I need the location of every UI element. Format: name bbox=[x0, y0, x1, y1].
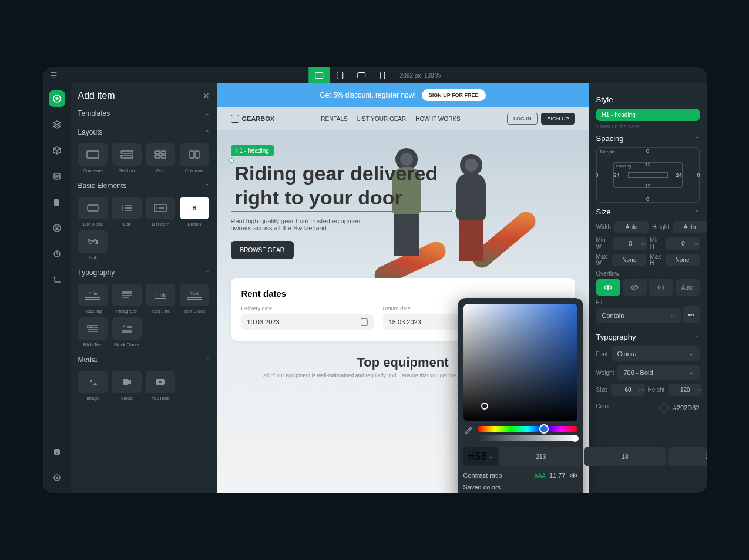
element-section[interactable]: Section bbox=[112, 143, 142, 173]
nav-link[interactable]: RENTALS bbox=[321, 116, 347, 122]
bri-input[interactable] bbox=[668, 447, 706, 466]
section-templates[interactable]: Templates⌄ bbox=[78, 107, 210, 120]
eyedropper-icon[interactable] bbox=[463, 426, 473, 435]
nav-link[interactable]: LIST YOUR GEAR bbox=[357, 116, 407, 122]
style-section[interactable]: Style bbox=[596, 95, 700, 104]
svg-point-32 bbox=[572, 474, 575, 477]
alpha-slider[interactable] bbox=[478, 435, 577, 441]
rail-box-icon[interactable] bbox=[49, 142, 65, 159]
selection-tag[interactable]: H1 - heading bbox=[231, 145, 274, 156]
svg-rect-14 bbox=[155, 151, 160, 154]
overflow-auto-button[interactable]: Auto bbox=[676, 279, 700, 296]
signup-button[interactable]: SIGN UP bbox=[541, 113, 575, 125]
rail-flow-icon[interactable] bbox=[49, 271, 65, 288]
svg-rect-15 bbox=[161, 151, 166, 154]
typography-section[interactable]: Typography⌃ bbox=[596, 333, 700, 341]
device-landscape-button[interactable] bbox=[351, 67, 372, 83]
hue-input[interactable] bbox=[500, 447, 582, 466]
svg-text:❝: ❝ bbox=[122, 324, 125, 330]
browse-gear-button[interactable]: BROWSE GEAR bbox=[231, 241, 294, 259]
device-phone-button[interactable] bbox=[372, 67, 393, 83]
device-desktop-button[interactable] bbox=[308, 67, 330, 83]
weight-select[interactable]: 700 - Bold⌄ bbox=[617, 365, 699, 380]
element-text-link[interactable]: LinkText Link bbox=[146, 284, 176, 314]
width-input[interactable] bbox=[614, 221, 649, 233]
site-logo[interactable]: GEARBOX bbox=[231, 115, 275, 123]
svg-point-5 bbox=[53, 277, 55, 279]
size-section[interactable]: Size⌃ bbox=[596, 207, 700, 216]
hero-heading-selected[interactable]: Riding gear delivered right to your door bbox=[231, 160, 454, 212]
section-typography[interactable]: Typography⌃ bbox=[78, 266, 210, 279]
spacing-section[interactable]: Spacing⌃ bbox=[596, 134, 700, 143]
element-image[interactable]: Image bbox=[78, 371, 109, 401]
left-panel: Add item ✕ Templates⌄ Layouts⌃ Container… bbox=[71, 83, 217, 493]
element-block-quote[interactable]: ❝Block Quote bbox=[112, 317, 142, 347]
section-basic-elements[interactable]: Basic Elements⌃ bbox=[78, 179, 210, 192]
element-selector[interactable]: H1 - heading⌄ bbox=[596, 109, 700, 121]
sat-input[interactable] bbox=[584, 447, 666, 466]
element-list-item[interactable]: List item bbox=[146, 197, 176, 227]
svg-point-31 bbox=[607, 286, 609, 289]
element-button[interactable]: BButton bbox=[179, 197, 210, 227]
svg-point-28 bbox=[90, 380, 92, 382]
hue-slider[interactable] bbox=[478, 426, 577, 432]
element-columns[interactable]: Columns bbox=[179, 143, 210, 173]
element-paragraph[interactable]: Paragraph bbox=[112, 284, 142, 314]
overflow-visible-button[interactable] bbox=[596, 279, 620, 296]
svg-rect-20 bbox=[88, 205, 98, 211]
rail-page-icon[interactable] bbox=[49, 168, 65, 185]
color-gradient[interactable] bbox=[463, 304, 577, 421]
rail-settings-icon[interactable] bbox=[49, 470, 65, 486]
site-nav: GEARBOX RENTALS LIST YOUR GEAR HOW IT WO… bbox=[217, 107, 589, 130]
maxw-input[interactable] bbox=[612, 254, 646, 266]
element-link[interactable]: Link bbox=[78, 230, 109, 260]
login-button[interactable]: LOG IN bbox=[507, 113, 538, 125]
hero-subtitle[interactable]: Rent high-quality gear from trusted equi… bbox=[231, 217, 372, 232]
fit-select[interactable]: Contain⌄ bbox=[596, 308, 681, 323]
element-grid[interactable]: Grid bbox=[146, 143, 176, 173]
element-text-block[interactable]: TextText Block bbox=[179, 284, 210, 314]
rail-layers-icon[interactable] bbox=[49, 116, 65, 133]
close-icon[interactable]: ✕ bbox=[203, 91, 210, 100]
spacing-box-model[interactable]: Margin 0 0 0 0 Padding 12 24 12 24 bbox=[596, 147, 700, 203]
rail-file-icon[interactable] bbox=[49, 194, 65, 210]
color-picker: HSB⌄ Contrast ratio AAA 11.77 Saved colo… bbox=[458, 298, 583, 493]
height-input[interactable] bbox=[673, 221, 707, 233]
overflow-hidden-button[interactable] bbox=[623, 279, 647, 296]
fit-more-button[interactable]: ••• bbox=[683, 306, 700, 323]
element-heading[interactable]: TitleHeading bbox=[78, 284, 109, 314]
device-tablet-button[interactable] bbox=[330, 67, 351, 83]
font-select[interactable]: Ginora⌄ bbox=[612, 346, 700, 361]
color-mode-select[interactable]: HSB⌄ bbox=[463, 447, 498, 466]
element-div-block[interactable]: Div Block bbox=[78, 197, 109, 227]
panel-title: Add item bbox=[78, 90, 115, 101]
left-rail: ? bbox=[43, 83, 71, 493]
svg-rect-26 bbox=[88, 326, 91, 328]
svg-point-21 bbox=[122, 205, 123, 206]
hamburger-icon[interactable]: ☰ bbox=[50, 71, 58, 80]
svg-point-6 bbox=[58, 281, 60, 283]
element-container[interactable]: Container bbox=[78, 143, 109, 173]
delivery-date-input[interactable]: 10.03.2023 bbox=[241, 314, 374, 330]
rail-variables-icon[interactable] bbox=[49, 246, 65, 262]
section-media[interactable]: Media⌃ bbox=[78, 353, 210, 366]
element-list[interactable]: List bbox=[112, 197, 142, 227]
rail-add-button[interactable] bbox=[49, 90, 65, 107]
banner-cta-button[interactable]: SIGN UP FOR FREE bbox=[422, 89, 486, 101]
svg-point-22 bbox=[122, 207, 123, 209]
svg-text:?: ? bbox=[55, 450, 58, 455]
right-panel: Style H1 - heading⌄ 1 item on the page S… bbox=[589, 83, 707, 493]
svg-rect-12 bbox=[121, 151, 133, 153]
rail-help-icon[interactable]: ? bbox=[49, 444, 65, 460]
element-rich-text[interactable]: Rich Text bbox=[78, 317, 109, 347]
section-layouts[interactable]: Layouts⌃ bbox=[78, 126, 210, 139]
color-value[interactable]: #292D32 bbox=[659, 403, 700, 413]
eye-icon[interactable] bbox=[569, 472, 577, 478]
overflow-scroll-button[interactable] bbox=[649, 279, 673, 296]
rail-user-icon[interactable] bbox=[49, 220, 65, 236]
maxh-input[interactable] bbox=[666, 254, 700, 266]
element-video[interactable]: Video bbox=[112, 371, 142, 401]
element-youtube[interactable]: YouTube bbox=[146, 371, 176, 401]
nav-link[interactable]: HOW IT WORKS bbox=[415, 116, 460, 122]
app-window: 2092 px 100 % ☰ ? Add item ✕ Templa bbox=[43, 67, 707, 493]
